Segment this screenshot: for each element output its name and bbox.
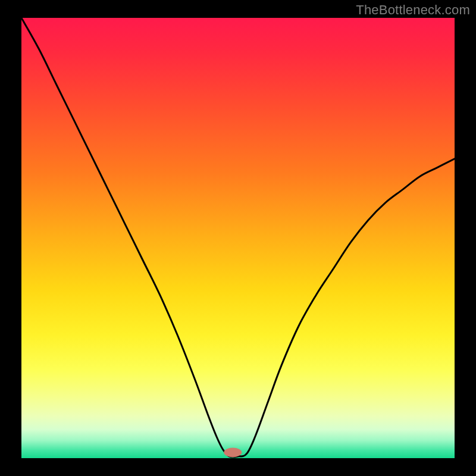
minimum-marker bbox=[224, 447, 242, 457]
chart-frame: { "watermark": "TheBottleneck.com", "plo… bbox=[0, 0, 476, 476]
bottleneck-chart bbox=[0, 0, 476, 476]
gradient-background bbox=[21, 18, 455, 458]
watermark-text: TheBottleneck.com bbox=[356, 2, 470, 18]
